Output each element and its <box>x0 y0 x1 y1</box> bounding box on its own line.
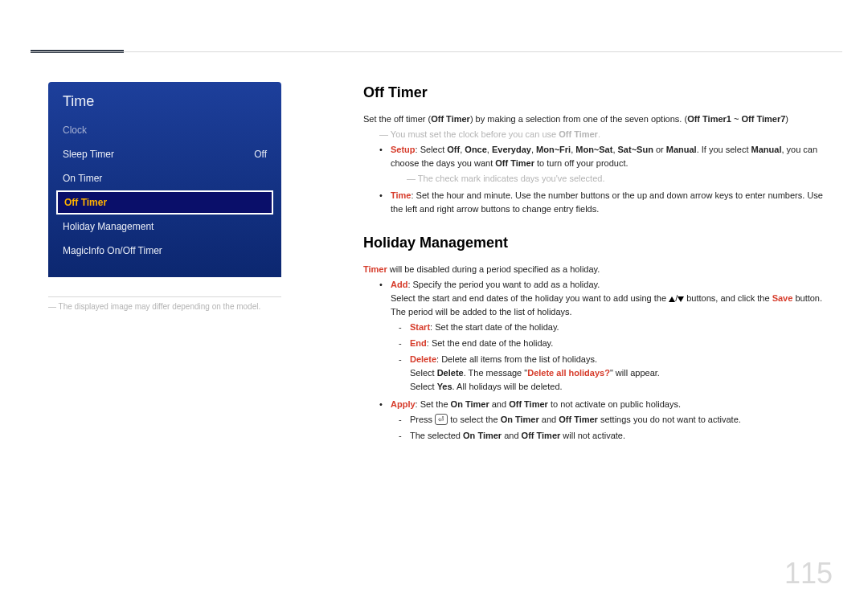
t: On Timer <box>451 399 489 409</box>
t: ) by making a selection from one of the … <box>470 114 687 124</box>
t: Once <box>465 145 487 154</box>
sidebar-note: ― The displayed image may differ dependi… <box>48 302 281 311</box>
t: Off Timer <box>522 431 561 440</box>
t: will not activate. <box>560 431 625 440</box>
t: Add <box>391 280 407 289</box>
t: Select the start and end dates of the ho… <box>391 293 669 303</box>
t: Off Timer1 <box>687 114 731 124</box>
t: Setup <box>391 145 416 154</box>
menu-item-label: Off Timer <box>64 197 107 208</box>
sidebar-divider <box>48 296 281 297</box>
off-timer-list: Setup: Select Off, Once, Everyday, Mon~F… <box>379 143 828 216</box>
t: to not activate on public holidays. <box>548 399 681 409</box>
t: or <box>653 145 666 154</box>
off-timer-note-2: ― The check mark indicates days you've s… <box>407 172 828 186</box>
page-number: 115 <box>784 557 833 591</box>
delete-detail-1: Select Delete. The message "Delete all h… <box>410 366 828 380</box>
t: Time <box>391 190 411 200</box>
delete-detail-2: Select Yes. All holidays will be deleted… <box>410 380 828 394</box>
menu-panel: Time Clock Sleep Timer Off On Timer Off … <box>48 82 281 277</box>
t: Delete <box>437 368 464 378</box>
add-item: Add: Specify the period you want to add … <box>379 278 828 394</box>
menu-item-clock[interactable]: Clock <box>48 118 281 142</box>
t: Mon~Sat <box>575 145 612 154</box>
t: ― You must set the clock before you can … <box>379 129 559 139</box>
t: On Timer <box>463 431 502 440</box>
t: Delete <box>410 354 436 364</box>
menu-item-label: MagicInfo On/Off Timer <box>63 245 162 256</box>
main-content: Off Timer Set the off timer (Off Timer) … <box>363 82 828 446</box>
menu-item-label: On Timer <box>63 173 102 184</box>
t: . All holidays will be deleted. <box>452 382 563 391</box>
menu-item-off-timer[interactable]: Off Timer <box>56 190 273 215</box>
t: : Specify the period you want to add as … <box>407 280 600 289</box>
t: : Delete all items from the list of holi… <box>436 354 597 364</box>
delete-item: Delete: Delete all items from the list o… <box>399 353 828 394</box>
end-item: End: Set the end date of the holiday. <box>399 337 828 350</box>
t: " will appear. <box>610 368 660 378</box>
t: : Set the start date of the holiday. <box>430 322 559 332</box>
enter-icon: ⏎ <box>435 414 448 425</box>
menu-item-value: Off <box>254 149 267 160</box>
add-sublist: Start: Set the start date of the holiday… <box>399 321 828 394</box>
t: End <box>410 338 427 348</box>
t: Apply <box>391 399 416 409</box>
apply-sublist: Press ⏎ to select the On Timer and Off T… <box>399 413 828 443</box>
add-detail: Select the start and end dates of the ho… <box>391 292 828 305</box>
t: Press <box>410 415 435 424</box>
t: Select <box>410 382 437 391</box>
t: Timer <box>363 264 387 274</box>
t: Sat~Sun <box>618 145 653 154</box>
t: Off Timer <box>559 415 598 424</box>
t: and <box>502 431 521 440</box>
t: and <box>489 399 509 409</box>
menu-item-sleep-timer[interactable]: Sleep Timer Off <box>48 142 281 166</box>
t: button. <box>792 293 822 303</box>
menu-item-holiday-management[interactable]: Holiday Management <box>48 215 281 239</box>
t: to turn off your product. <box>534 158 628 168</box>
t: buttons, and click the <box>684 293 772 303</box>
t: On Timer <box>501 415 539 424</box>
start-item: Start: Set the start date of the holiday… <box>399 321 828 334</box>
t: ) <box>785 114 788 124</box>
holiday-list: Add: Specify the period you want to add … <box>379 278 828 443</box>
heading-off-timer: Off Timer <box>363 82 828 104</box>
t: Off <box>447 145 460 154</box>
apply-selected: The selected On Timer and Off Timer will… <box>399 429 828 443</box>
t: : Set the end date of the holiday. <box>427 338 554 348</box>
menu-item-label: Sleep Timer <box>63 149 114 160</box>
header-rule <box>31 51 842 52</box>
off-timer-intro: Set the off timer (Off Timer) by making … <box>363 112 828 126</box>
t: Save <box>772 293 793 303</box>
off-timer-note-1: ― You must set the clock before you can … <box>379 128 828 141</box>
t: to select the <box>448 415 500 424</box>
t: The selected <box>410 431 463 440</box>
t: Off Timer <box>495 158 534 168</box>
arrow-down-icon <box>678 296 684 302</box>
t: Off Timer <box>431 114 470 124</box>
t: Off Timer <box>509 399 548 409</box>
t: Everyday <box>492 145 531 154</box>
t: : Select <box>416 145 448 154</box>
apply-press: Press ⏎ to select the On Timer and Off T… <box>399 413 828 427</box>
t: will be disabled during a period specifi… <box>387 264 600 274</box>
t: Manual <box>666 145 697 154</box>
t: . <box>598 129 600 139</box>
sidebar: Time Clock Sleep Timer Off On Timer Off … <box>48 82 281 311</box>
menu-title: Time <box>48 82 281 118</box>
menu-item-label: Holiday Management <box>63 221 154 232</box>
t: Delete all holidays? <box>527 368 610 378</box>
t: Start <box>410 322 430 332</box>
t: : Set the hour and minute. Use the numbe… <box>391 190 823 214</box>
setup-item: Setup: Select Off, Once, Everyday, Mon~F… <box>379 143 828 186</box>
menu-item-magicinfo-onoff-timer[interactable]: MagicInfo On/Off Timer <box>48 239 281 263</box>
t: Manual <box>751 145 782 154</box>
apply-item: Apply: Set the On Timer and Off Timer to… <box>379 398 828 443</box>
t: and <box>539 415 559 424</box>
t: . If you select <box>697 145 751 154</box>
menu-item-label: Clock <box>63 125 87 136</box>
t: Select <box>410 368 437 378</box>
menu-item-on-timer[interactable]: On Timer <box>48 166 281 190</box>
t: Off Timer7 <box>742 114 786 124</box>
arrow-up-icon <box>669 296 675 302</box>
